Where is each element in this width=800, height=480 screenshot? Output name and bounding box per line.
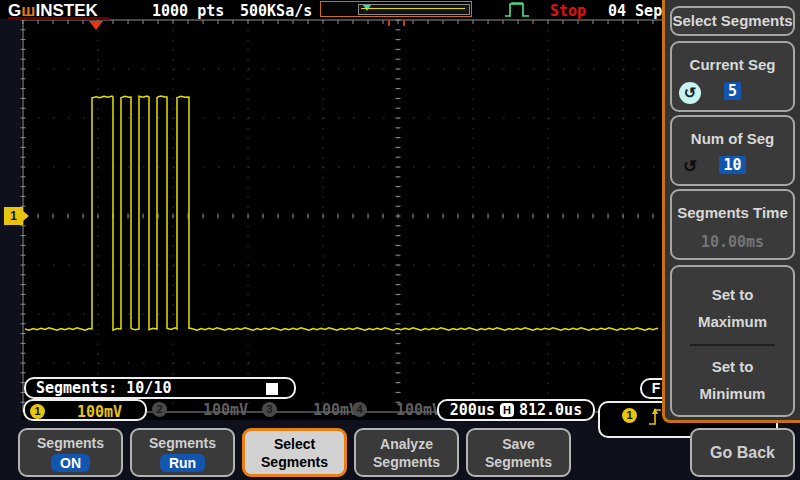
ch2-scale: 100mV: [203, 401, 248, 419]
segments-time-label: Segments Time: [672, 204, 793, 221]
current-seg-value: 5: [724, 82, 741, 100]
select-segments-button[interactable]: Select Segments: [242, 428, 347, 477]
analyze-segments-label-2: Segments: [373, 453, 440, 471]
segments-run-value: Run: [160, 454, 205, 472]
logo-underline: [8, 17, 109, 20]
memory-depth-readout: 1000 pts: [152, 2, 224, 20]
analyze-segments-button[interactable]: Analyze Segments: [354, 428, 459, 477]
segments-run-button[interactable]: Segments Run: [130, 428, 235, 477]
date-readout: 04 Sep: [608, 2, 662, 20]
ch4-dc-coupling-icon: [378, 406, 391, 414]
segments-on-label: Segments: [37, 434, 104, 452]
segments-on-button[interactable]: Segments ON: [18, 428, 123, 477]
ch1-status-box[interactable]: 1 100mV: [23, 399, 147, 421]
horizontal-delay-icon: H: [500, 403, 514, 417]
side-menu-panel: Select Segments Current Seg ↺ 5 Num of S…: [662, 0, 800, 423]
save-segments-button[interactable]: Save Segments: [466, 428, 571, 477]
ch4-badge[interactable]: 4: [352, 402, 367, 417]
pulse-trigger-icon: [504, 1, 530, 18]
memory-window-indicator: [358, 4, 470, 15]
ch4-scale: 100mV: [396, 401, 441, 419]
analyze-segments-label-1: Analyze: [380, 435, 433, 453]
ch3-dc-coupling-icon: [292, 406, 305, 414]
preview-wave-icon: [359, 5, 469, 14]
panel-title: Select Segments: [670, 6, 795, 36]
trigger-source-badge: 1: [622, 408, 637, 423]
ch1-badge: 1: [30, 404, 45, 419]
delay-readout: 812.0us: [519, 401, 582, 419]
segments-run-label: Segments: [149, 434, 216, 452]
set-to-minimum-button[interactable]: Set to Minimum: [672, 353, 793, 407]
set-to-maximum-button[interactable]: Set to Maximum: [672, 281, 793, 335]
variable-knob-icon: ↺: [679, 156, 701, 178]
segments-time-value: 10.00ms: [672, 233, 793, 251]
select-segments-label-2: Segments: [261, 453, 328, 471]
current-seg-label: Current Seg: [672, 56, 793, 73]
go-back-button[interactable]: Go Back: [690, 428, 795, 477]
ch3-badge[interactable]: 3: [262, 402, 277, 417]
stop-square-icon: [266, 383, 278, 395]
set-min-line2: Minimum: [672, 380, 793, 407]
set-max-line1: Set to: [672, 281, 793, 308]
trigger-position-marker-icon[interactable]: [89, 21, 103, 30]
set-min-line1: Set to: [672, 353, 793, 380]
ch2-badge[interactable]: 2: [152, 402, 167, 417]
save-segments-label-2: Segments: [485, 453, 552, 471]
num-of-seg-control[interactable]: Num of Seg ↺ 10: [670, 115, 795, 186]
save-segments-label-1: Save: [502, 435, 535, 453]
timebase-readout: 200us: [450, 401, 495, 419]
sample-rate-readout: 500KSa/s: [240, 2, 312, 20]
ch1-dc-coupling-icon: [56, 408, 69, 416]
segments-progress-label: Segments: 10/10: [36, 379, 171, 397]
set-max-line2: Maximum: [672, 308, 793, 335]
horizontal-status-box[interactable]: 200us H 812.0us: [437, 399, 595, 421]
current-seg-control[interactable]: Current Seg ↺ 5: [670, 41, 795, 112]
ch1-ground-marker[interactable]: 1: [4, 207, 23, 225]
variable-knob-icon-active: ↺: [679, 82, 701, 104]
panel-divider: [690, 344, 775, 346]
ch2-dc-coupling-icon: [182, 406, 195, 414]
segments-progress-box: Segments: 10/10: [24, 377, 296, 399]
select-segments-label-1: Select: [274, 435, 315, 453]
memory-position-preview[interactable]: [320, 1, 472, 17]
set-max-min-control: Set to Maximum Set to Minimum: [670, 265, 795, 417]
segments-on-value: ON: [51, 454, 90, 472]
ch1-scale: 100mV: [77, 403, 122, 421]
num-of-seg-label: Num of Seg: [672, 130, 793, 147]
num-of-seg-value: 10: [719, 156, 745, 174]
rising-edge-icon: [647, 405, 663, 427]
segments-time-control[interactable]: Segments Time 10.00ms: [670, 189, 795, 260]
acquisition-status: Stop: [550, 2, 586, 20]
